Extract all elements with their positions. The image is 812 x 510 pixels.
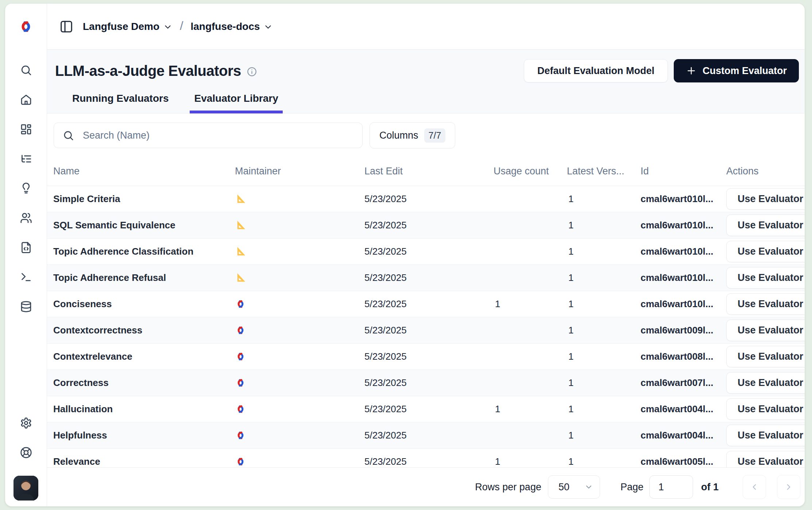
evaluator-id: cmal6wart005l... (641, 456, 726, 467)
column-header-id[interactable]: Id (641, 166, 726, 177)
search-icon[interactable] (20, 64, 32, 76)
use-evaluator-button[interactable]: Use Evaluator (726, 451, 805, 467)
custom-evaluator-label: Custom Evaluator (703, 65, 787, 77)
table-row[interactable]: Hallucination 5/23/2025 1 1 cmal6wart004… (47, 396, 805, 422)
latest-version: 1 (567, 403, 641, 415)
actions-cell: Use Evaluator (726, 425, 805, 446)
search-box (54, 123, 363, 148)
page-title: LLM-as-a-Judge Evaluators (55, 63, 241, 79)
columns-button[interactable]: Columns 7/7 (370, 122, 455, 148)
maintainer-cell (235, 351, 364, 362)
last-edit-date: 5/23/2025 (364, 246, 494, 257)
use-evaluator-button[interactable]: Use Evaluator (726, 215, 805, 236)
plus-icon (686, 65, 697, 76)
home-icon[interactable] (20, 93, 32, 106)
evaluator-name: Simple Criteria (47, 193, 235, 205)
evaluator-id: cmal6wart004l... (641, 430, 726, 441)
tracing-tree-icon[interactable] (20, 152, 32, 165)
tab-running-evaluators[interactable]: Running Evaluators (68, 93, 173, 113)
project-switcher[interactable]: langfuse-docs (190, 21, 273, 32)
users-icon[interactable] (20, 212, 32, 224)
table-row[interactable]: SQL Semantic Equivalence 5/23/2025 1 cma… (47, 212, 805, 239)
rows-per-page-select[interactable]: 50 (548, 475, 600, 499)
table-row[interactable]: Simple Criteria 5/23/2025 1 cmal6wart010… (47, 186, 805, 212)
lifebuoy-icon[interactable] (20, 446, 32, 459)
ragas-maintainer-icon (235, 246, 246, 257)
table-row[interactable]: Helpfulness 5/23/2025 1 cmal6wart004l...… (47, 422, 805, 449)
table-row[interactable]: Topic Adherence Refusal 5/23/2025 1 cmal… (47, 265, 805, 291)
database-icon[interactable] (20, 300, 32, 313)
usage-count: 1 (494, 403, 567, 415)
evaluator-name: Contextcorrectness (47, 325, 235, 336)
info-icon[interactable] (247, 67, 257, 77)
lightbulb-icon[interactable] (20, 182, 32, 194)
sidebar-bottom (13, 417, 38, 506)
column-header-latest-version[interactable]: Latest Vers... (567, 166, 641, 177)
evaluator-id: cmal6wart010l... (641, 298, 726, 310)
user-avatar[interactable] (13, 476, 38, 501)
actions-cell: Use Evaluator (726, 320, 805, 341)
tab-evaluator-library[interactable]: Evaluator Library (190, 93, 282, 113)
column-header-maintainer[interactable]: Maintainer (235, 166, 364, 177)
table-row[interactable]: Relevance 5/23/2025 1 1 cmal6wart005l...… (47, 449, 805, 467)
use-evaluator-button[interactable]: Use Evaluator (726, 425, 805, 446)
chevron-right-icon (784, 482, 793, 492)
next-page-button[interactable] (777, 475, 800, 499)
use-evaluator-button[interactable]: Use Evaluator (726, 398, 805, 420)
project-name: langfuse-docs (190, 21, 260, 32)
last-edit-date: 5/23/2025 (364, 456, 494, 467)
table-body: Simple Criteria 5/23/2025 1 cmal6wart010… (47, 186, 805, 467)
use-evaluator-button[interactable]: Use Evaluator (726, 241, 805, 262)
org-switcher[interactable]: Langfuse Demo (83, 21, 173, 32)
search-input[interactable] (82, 130, 353, 142)
column-header-last-edit[interactable]: Last Edit (364, 166, 494, 177)
last-edit-date: 5/23/2025 (364, 220, 494, 231)
actions-cell: Use Evaluator (726, 346, 805, 367)
use-evaluator-button[interactable]: Use Evaluator (726, 293, 805, 315)
dashboard-icon[interactable] (20, 123, 32, 135)
table-row[interactable]: Contextcorrectness 5/23/2025 1 cmal6wart… (47, 317, 805, 344)
terminal-icon[interactable] (20, 271, 32, 283)
page-input[interactable] (649, 475, 693, 499)
evaluator-name: Conciseness (47, 298, 235, 310)
app-window: Langfuse Demo / langfuse-docs LLM-as-a-J… (5, 4, 805, 506)
column-header-name[interactable]: Name (47, 166, 235, 177)
actions-cell: Use Evaluator (726, 215, 805, 236)
use-evaluator-button[interactable]: Use Evaluator (726, 372, 805, 394)
latest-version: 1 (567, 298, 641, 310)
column-header-usage-count[interactable]: Usage count (494, 166, 567, 177)
last-edit-date: 5/23/2025 (364, 377, 494, 389)
custom-evaluator-button[interactable]: Custom Evaluator (674, 59, 799, 82)
page-label: Page (620, 482, 643, 493)
table-header: Name Maintainer Last Edit Usage count La… (47, 157, 805, 186)
table-row[interactable]: Conciseness 5/23/2025 1 1 cmal6wart010l.… (47, 291, 805, 317)
file-code-icon[interactable] (20, 241, 32, 254)
settings-gear-icon[interactable] (20, 417, 32, 429)
use-evaluator-button[interactable]: Use Evaluator (726, 267, 805, 289)
pagination-footer: Rows per page 50 Page of 1 (47, 467, 805, 506)
maintainer-cell (235, 456, 364, 467)
latest-version: 1 (567, 351, 641, 362)
sidebar (5, 4, 47, 506)
use-evaluator-button[interactable]: Use Evaluator (726, 346, 805, 367)
page-total: of 1 (701, 482, 719, 493)
actions-cell: Use Evaluator (726, 372, 805, 394)
usage-count: 1 (494, 456, 567, 467)
ragas-maintainer-icon (235, 272, 246, 283)
sidebar-toggle-icon[interactable] (59, 20, 73, 34)
page-header: LLM-as-a-Judge Evaluators Default Evalua… (47, 50, 805, 113)
latest-version: 1 (567, 246, 641, 257)
latest-version: 1 (567, 325, 641, 336)
langfuse-maintainer-icon (235, 377, 246, 389)
table-row[interactable]: Contextrelevance 5/23/2025 1 cmal6wart00… (47, 344, 805, 370)
default-evaluation-model-button[interactable]: Default Evaluation Model (524, 59, 668, 82)
langfuse-maintainer-icon (235, 351, 246, 362)
last-edit-date: 5/23/2025 (364, 351, 494, 362)
maintainer-cell (235, 403, 364, 415)
tabs: Running Evaluators Evaluator Library (55, 93, 799, 113)
table-row[interactable]: Correctness 5/23/2025 1 cmal6wart007l...… (47, 370, 805, 396)
use-evaluator-button[interactable]: Use Evaluator (726, 320, 805, 341)
use-evaluator-button[interactable]: Use Evaluator (726, 188, 805, 210)
prev-page-button[interactable] (743, 475, 766, 499)
table-row[interactable]: Topic Adherence Classification 5/23/2025… (47, 239, 805, 265)
